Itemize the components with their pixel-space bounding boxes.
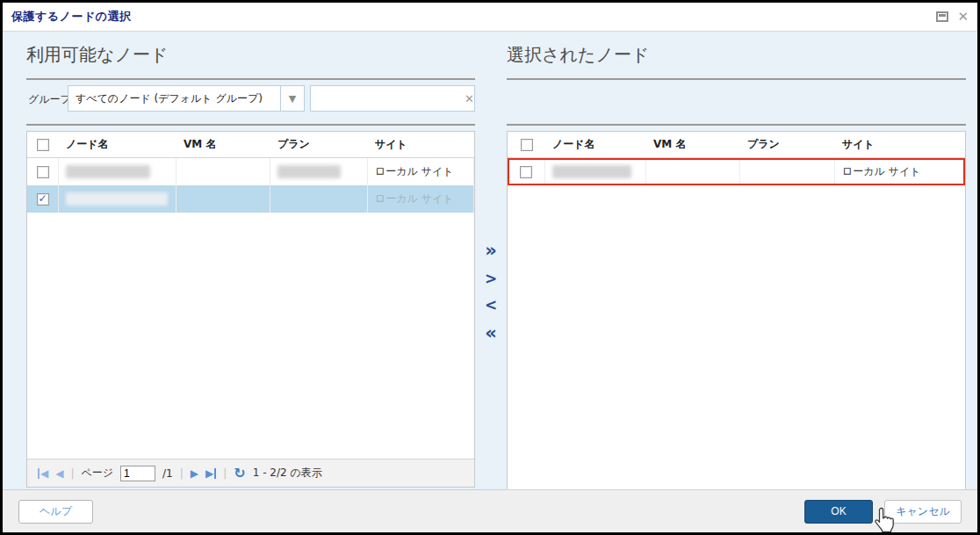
col-vm-name[interactable]: VM 名	[646, 132, 740, 157]
redacted-node-name	[552, 165, 631, 178]
left-panel-separator	[26, 124, 475, 126]
select-nodes-dialog: 保護するノードの選択 ✕ 利用可能なノード グループ すべてのノード (デフォル…	[0, 0, 980, 535]
row-checkbox-checked[interactable]: ✓	[37, 193, 49, 206]
redacted-node-name	[66, 165, 150, 178]
dialog-titlebar: 保護するノードの選択 ✕	[3, 3, 977, 32]
table-header-row: ノード名 VM 名 プラン サイト	[508, 132, 965, 158]
site-cell: ローカル サイト	[375, 192, 454, 206]
node-filter-searchbox: ✕	[310, 85, 475, 112]
vm-name-cell	[646, 158, 740, 185]
col-node-name[interactable]: ノード名	[545, 132, 646, 157]
page-total: /1	[162, 467, 173, 480]
select-all-checkbox[interactable]	[37, 139, 49, 151]
clear-search-icon[interactable]: ✕	[458, 92, 481, 105]
page-label: ページ	[82, 466, 114, 481]
right-panel-separator	[507, 124, 966, 126]
pager-separator: |	[180, 467, 184, 480]
selected-nodes-title: 選択されたノード	[507, 43, 649, 67]
group-dropdown-value: すべてのノード (デフォルト グループ)	[68, 91, 280, 106]
table-row-highlighted[interactable]: ローカル サイト	[508, 158, 965, 185]
refresh-icon[interactable]: ↻	[234, 466, 245, 481]
table-row[interactable]: ローカル サイト	[27, 158, 474, 185]
next-page-icon[interactable]: ▶	[191, 468, 198, 479]
row-checkbox[interactable]	[520, 166, 532, 178]
vm-name-cell	[177, 158, 270, 185]
pagination-status: 1 - 2/2 の表示	[253, 466, 322, 481]
redacted-node-name	[66, 192, 168, 206]
table-row-selected[interactable]: ✓ ローカル サイト	[27, 185, 474, 213]
select-all-checkbox[interactable]	[521, 139, 533, 151]
move-all-right-button[interactable]: »	[485, 242, 497, 260]
selected-nodes-table: ノード名 VM 名 プラン サイト ローカル サイト	[507, 131, 966, 490]
col-node-name[interactable]: ノード名	[59, 132, 177, 157]
dialog-title: 保護するノードの選択	[11, 9, 132, 25]
close-icon[interactable]: ✕	[957, 11, 969, 24]
last-page-icon[interactable]: ▶	[205, 468, 216, 479]
col-site[interactable]: サイト	[368, 132, 474, 157]
transfer-buttons: » > < «	[478, 242, 504, 343]
prev-page-icon[interactable]: ◀	[55, 468, 63, 479]
header-checkbox-cell	[27, 132, 59, 157]
pagination-toolbar: ◀ ◀ | ページ /1 | ▶ ▶ | ↻ 1 - 2/2 の表示	[27, 459, 474, 487]
site-cell: ローカル サイト	[842, 164, 921, 179]
col-plan[interactable]: プラン	[270, 132, 368, 157]
header-checkbox-cell	[508, 132, 545, 157]
pager-separator: |	[223, 467, 227, 480]
plan-cell	[270, 185, 368, 213]
col-site[interactable]: サイト	[835, 132, 965, 157]
site-cell: ローカル サイト	[375, 164, 454, 179]
group-label: グループ	[28, 92, 71, 107]
available-nodes-table: ノード名 VM 名 プラン サイト ローカル サイト ✓ ローカル サイト	[26, 131, 475, 488]
restore-icon[interactable]	[936, 11, 948, 22]
available-nodes-title: 利用可能なノード	[26, 43, 168, 67]
ok-button[interactable]: OK	[804, 500, 873, 524]
first-page-icon[interactable]: ◀	[38, 468, 48, 479]
plan-cell	[740, 158, 835, 185]
dialog-content: 利用可能なノード グループ すべてのノード (デフォルト グループ) ▼ ✕ ノ…	[3, 33, 977, 489]
chevron-down-icon[interactable]: ▼	[280, 86, 304, 111]
col-plan[interactable]: プラン	[740, 132, 835, 157]
move-right-button[interactable]: >	[485, 271, 497, 286]
col-vm-name[interactable]: VM 名	[177, 132, 270, 157]
page-number-input[interactable]	[120, 466, 155, 481]
move-all-left-button[interactable]: «	[485, 324, 497, 343]
pager-separator: |	[70, 467, 74, 480]
move-left-button[interactable]: <	[485, 298, 497, 313]
available-title-underline	[26, 78, 475, 80]
row-checkbox[interactable]	[37, 166, 49, 178]
hand-cursor	[870, 504, 898, 534]
table-header-row: ノード名 VM 名 プラン サイト	[27, 132, 474, 158]
redacted-plan-name	[277, 165, 341, 178]
search-input[interactable]	[311, 86, 458, 111]
group-dropdown[interactable]: すべてのノード (デフォルト グループ) ▼	[68, 85, 305, 112]
dialog-footer: ヘルプ OK キャンセル	[3, 489, 977, 532]
vm-name-cell	[177, 185, 270, 213]
window-controls: ✕	[936, 11, 969, 24]
selected-title-underline	[507, 78, 966, 80]
help-button[interactable]: ヘルプ	[18, 500, 93, 524]
